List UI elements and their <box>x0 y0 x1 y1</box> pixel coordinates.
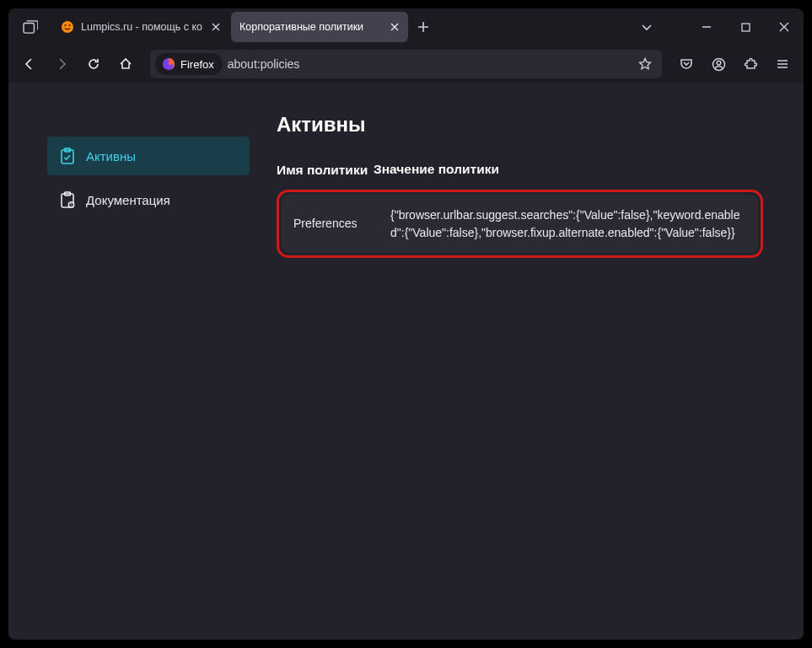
column-header-value: Значение политики <box>374 162 763 178</box>
close-icon[interactable] <box>209 20 223 34</box>
lumpics-favicon-icon <box>61 20 74 34</box>
table-row: Preferences {"browser.urlbar.suggest.sea… <box>282 195 758 253</box>
tab-policies[interactable]: Корпоративные политики <box>231 12 408 42</box>
highlighted-row-annotation: Preferences {"browser.urlbar.suggest.sea… <box>277 190 763 258</box>
table-header: Имя политики Значение политики <box>277 155 763 190</box>
policy-value: {"browser.urlbar.suggest.searches":{"Val… <box>390 206 746 241</box>
tab-lumpics[interactable]: Lumpics.ru - помощь с компьютером <box>52 12 229 42</box>
svg-point-7 <box>717 61 721 65</box>
nav-toolbar: Firefox about:policies <box>8 46 804 83</box>
bookmark-star-button[interactable] <box>633 57 657 71</box>
policy-name: Preferences <box>293 217 390 232</box>
pocket-button[interactable] <box>672 51 701 78</box>
sidebar-item-active[interactable]: Активны <box>47 137 250 175</box>
svg-point-3 <box>68 24 70 26</box>
identity-pill[interactable]: Firefox <box>155 53 223 75</box>
svg-point-2 <box>64 24 66 26</box>
clipboard-check-icon <box>59 147 76 164</box>
browser-window: Lumpics.ru - помощь с компьютером Корпор… <box>8 8 804 640</box>
new-tab-button[interactable] <box>410 13 437 40</box>
forward-button[interactable] <box>47 51 76 78</box>
maximize-button[interactable] <box>726 8 765 46</box>
url-text: about:policies <box>228 57 628 71</box>
sidebar-item-label: Документация <box>86 193 170 207</box>
svg-point-1 <box>62 21 73 33</box>
minimize-button[interactable] <box>687 8 726 46</box>
titlebar: Lumpics.ru - помощь с компьютером Корпор… <box>8 8 804 46</box>
firefox-logo-icon <box>162 57 175 71</box>
svg-text:?: ? <box>70 202 73 207</box>
reload-button[interactable] <box>79 51 108 78</box>
window-controls <box>687 8 804 46</box>
sidebar-item-label: Активны <box>86 149 136 163</box>
tab-label: Lumpics.ru - помощь с компьютером <box>81 21 202 33</box>
account-button[interactable] <box>704 51 733 78</box>
close-icon[interactable] <box>388 20 401 34</box>
recent-browsing-button[interactable] <box>15 13 46 40</box>
app-menu-button[interactable] <box>768 51 797 78</box>
policies-table: Имя политики Значение политики Preferenc… <box>277 155 763 258</box>
extensions-button[interactable] <box>736 51 765 78</box>
back-button[interactable] <box>15 51 44 78</box>
tab-label: Корпоративные политики <box>239 21 381 33</box>
identity-label: Firefox <box>180 58 214 71</box>
svg-rect-0 <box>24 24 34 34</box>
home-button[interactable] <box>111 51 140 78</box>
clipboard-question-icon: ? <box>59 191 76 208</box>
close-window-button[interactable] <box>765 8 804 46</box>
policies-main: Активны Имя политики Значение политики P… <box>277 83 804 640</box>
policies-sidebar: Активны ? Документация <box>8 83 277 640</box>
all-tabs-button[interactable] <box>632 12 662 42</box>
sidebar-item-docs[interactable]: ? Документация <box>47 180 250 219</box>
page-title: Активны <box>277 113 763 137</box>
svg-rect-4 <box>742 24 750 31</box>
column-header-name: Имя политики <box>277 162 374 178</box>
content-area: Активны ? Документация Активны Имя полит… <box>8 83 804 640</box>
url-bar[interactable]: Firefox about:policies <box>150 50 662 78</box>
